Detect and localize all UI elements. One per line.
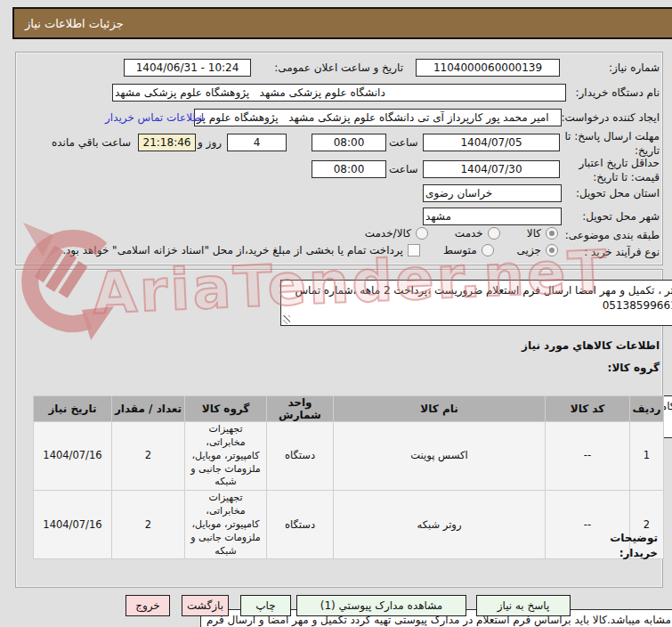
view-attachments-button[interactable]: مشاهده مدارک پیوستي (1) <box>296 595 466 616</box>
announce-value: 1404/06/31 - 10:24 <box>136 61 239 74</box>
province-value: خراسان رضوی <box>425 187 495 200</box>
deadline-date-field[interactable]: 1404/07/05 <box>423 134 560 151</box>
classification-option-service[interactable]: خدمت <box>455 227 500 240</box>
page: { "window": { "title": "جزئیات اطلاعات ن… <box>0 0 672 627</box>
buyer-org-value: دانشگاه علوم پزشکی مشهد پژوهشگاه علوم پز… <box>115 86 388 99</box>
days-remaining-value: 4 <box>254 136 261 149</box>
notes-label: توضیحات خریدار: <box>601 531 658 561</box>
validity-label: حداقل تاریخ اعتبار قیمت: تا تاریخ: <box>555 157 660 184</box>
goods-table-header-cell: گروه کالا <box>185 396 267 422</box>
table-cell: 2 <box>112 491 185 559</box>
table-cell: 1 <box>630 422 664 491</box>
goods-table-head-row: ردیفکد کالانام کالاواحد شمارشگروه کالاتع… <box>34 396 664 422</box>
print-button-label: چاپ <box>255 599 275 612</box>
classification-option-label: کالا/خدمت <box>365 227 411 240</box>
days-remaining-field[interactable]: 4 <box>227 134 287 151</box>
table-row: 1--اکسس پوینتدستگاهتجهیزات مخابراتی، کام… <box>34 422 664 491</box>
table-cell: تجهیزات مخابراتی، کامپیوتر، موبایل، ملزو… <box>185 491 267 559</box>
resize-grip-icon[interactable] <box>283 315 290 324</box>
need-number-label: شماره نیاز: <box>609 61 660 74</box>
remaining-label: ساعت باقي مانده <box>52 136 131 149</box>
radio-goods-icon[interactable] <box>546 227 558 240</box>
city-value: مشهد <box>425 210 454 223</box>
province-field[interactable]: خراسان رضوی <box>423 184 562 202</box>
radio-medium-icon[interactable] <box>482 244 494 256</box>
province-label: استان محل تحویل: <box>576 187 660 200</box>
time-remaining-value: 21:18:46 <box>143 136 191 149</box>
buyer-org-field[interactable]: دانشگاه علوم پزشکی مشهد پژوهشگاه علوم پز… <box>112 84 566 102</box>
classification-option-label: خدمت <box>455 227 483 240</box>
need-number-field[interactable]: 1104000060000139 <box>416 59 560 77</box>
radio-goods-service-icon[interactable] <box>416 227 428 240</box>
exit-button[interactable]: خروج <box>125 595 170 616</box>
process-option-label: متوسط <box>443 244 477 256</box>
radio-minor-icon[interactable] <box>546 244 558 256</box>
classification-option-goods-service[interactable]: کالا/خدمت <box>365 227 428 240</box>
treasury-note-label: پرداخت تمام یا بخشی از مبلغ خرید،از محل … <box>62 244 403 256</box>
treasury-note-option[interactable]: پرداخت تمام یا بخشی از مبلغ خرید،از محل … <box>62 244 420 256</box>
classification-label: طبقه بندی موضوعی: <box>565 229 660 241</box>
city-label: شهر محل تحویل: <box>582 210 660 223</box>
announce-label: تاریخ و ساعت اعلان عمومی: <box>274 61 403 74</box>
goods-table-header-cell: کد کالا <box>546 396 630 422</box>
description-value: اکسس پوینت و روتر ، تکمیل و مهر امضا ارس… <box>295 284 672 312</box>
creator-value: امیر محمد پور کارپرداز آی تی دانشگاه علو… <box>197 111 552 124</box>
table-cell: 1404/07/16 <box>34 422 112 491</box>
deadline-time-field[interactable]: 08:00 <box>312 134 386 151</box>
classification-option-label: کالا <box>527 227 541 240</box>
process-option-label: جزیی <box>517 244 541 256</box>
validity-hour-label: ساعت <box>389 163 418 175</box>
table-cell: تجهیزات مخابراتی، کامپیوتر، موبایل، ملزو… <box>185 422 267 491</box>
deadline-date-value: 1404/07/05 <box>460 136 522 149</box>
validity-date-field[interactable]: 1404/07/30 <box>423 160 560 178</box>
buyer-org-label: نام دستگاه خریدار: <box>576 86 660 99</box>
window-title-bar: جزئیات اطلاعات نیاز <box>12 7 672 39</box>
back-button[interactable]: بازگشت <box>182 595 229 616</box>
city-field[interactable]: مشهد <box>423 208 562 225</box>
announce-field[interactable]: 1404/06/31 - 10:24 <box>124 59 251 77</box>
process-label: نوع فرآیند خرید : <box>584 246 660 258</box>
time-remaining-field: 21:18:46 <box>138 134 196 151</box>
deadline-time-value: 08:00 <box>334 136 365 149</box>
creator-label: ایجاد کننده درخواست: <box>561 111 660 124</box>
goods-table-header-cell: تعداد / مقدار <box>112 396 185 422</box>
process-option-medium[interactable]: متوسط <box>443 244 494 256</box>
validity-time-field[interactable]: 08:00 <box>312 160 386 178</box>
goods-table: ردیفکد کالانام کالاواحد شمارشگروه کالاتع… <box>33 395 664 559</box>
print-button[interactable]: چاپ <box>240 595 291 616</box>
buyer-contact-link[interactable]: اطلاعات تماس خریدار <box>105 111 204 124</box>
respond-button[interactable]: پاسخ به نیاز <box>476 595 571 616</box>
table-cell: روتر شبکه <box>334 491 546 559</box>
table-row: 2--روتر شبکهدستگاهتجهیزات مخابراتی، کامپ… <box>34 491 664 559</box>
table-cell: دستگاه <box>267 422 334 491</box>
table-cell: دستگاه <box>267 491 334 559</box>
deadline-label: مهلت ارسال پاسخ: تا تاریخ: <box>555 130 660 158</box>
validity-time-value: 08:00 <box>334 163 365 175</box>
table-cell: 2 <box>112 422 185 491</box>
creator-field[interactable]: امیر محمد پور کارپرداز آی تی دانشگاه علو… <box>194 109 562 126</box>
days-label: روز و <box>198 136 222 149</box>
goods-group-label: گروه کالا: <box>608 362 660 374</box>
treasury-checkbox-icon[interactable] <box>408 244 420 256</box>
table-cell: 1404/07/16 <box>34 491 112 559</box>
deadline-hour-label: ساعت <box>389 136 418 149</box>
goods-table-header-cell: واحد شمارش <box>267 396 334 422</box>
validity-date-value: 1404/07/30 <box>460 163 522 175</box>
description-textarea[interactable]: اکسس پوینت و روتر ، تکمیل و مهر امضا ارس… <box>280 280 672 326</box>
table-cell: -- <box>546 422 630 491</box>
radio-service-icon[interactable] <box>488 227 500 240</box>
classification-options: کالا خدمت کالا/خدمت <box>365 227 558 240</box>
classification-option-goods[interactable]: کالا <box>527 227 558 240</box>
exit-button-label: خروج <box>135 599 160 612</box>
page-title: جزئیات اطلاعات نیاز <box>25 17 124 30</box>
back-button-label: بازگشت <box>187 599 223 612</box>
respond-button-label: پاسخ به نیاز <box>498 599 550 612</box>
goods-table-header-cell: ردیف <box>630 396 664 422</box>
goods-table-body: 1--اکسس پوینتدستگاهتجهیزات مخابراتی، کام… <box>34 422 664 559</box>
process-option-minor[interactable]: جزیی <box>517 244 558 256</box>
view-attachments-button-label: مشاهده مدارک پیوستي (1) <box>320 599 443 612</box>
table-cell: اکسس پوینت <box>334 422 546 491</box>
goods-table-header-cell: نام کالا <box>334 396 546 422</box>
process-options: جزیی متوسط پرداخت تمام یا بخشی از مبلغ خ… <box>62 244 558 256</box>
goods-table-header-cell: تاریخ نیاز <box>34 396 112 422</box>
